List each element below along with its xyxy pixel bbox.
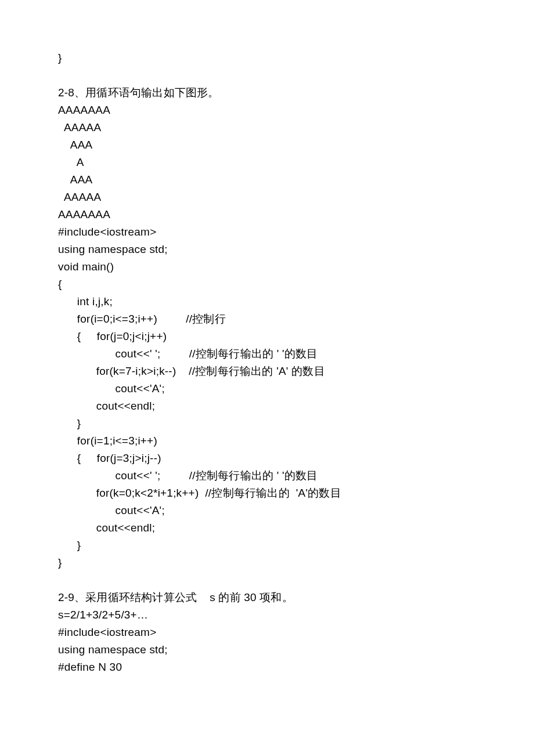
formula-line: s=2/1+3/2+5/3+… [58,606,476,624]
output-line: AAA [58,136,476,154]
code-line: } [58,554,476,571]
code-line: } [58,537,476,554]
code-line: cout<<' '; //控制每行输出的 ' '的数目 [58,467,476,484]
code-line: { for(j=3;j>i;j--) [58,450,476,467]
code-line: cout<<' '; //控制每行输出的 ' '的数目 [58,345,476,363]
output-line: A [58,154,476,171]
code-line: cout<<'A'; [58,380,476,397]
code-line: using namespace std; [58,641,476,659]
code-line: for(i=0;i<=3;i++) //控制行 [58,310,476,328]
output-line: AAA [58,171,476,189]
blank-line [58,67,476,84]
code-line: cout<<endl; [58,519,476,537]
output-line: AAAAA [58,189,476,206]
code-line: { [58,276,476,293]
code-line: for(k=0;k<2*i+1;k++) //控制每行输出的 'A'的数目 [58,484,476,502]
code-line: cout<<'A'; [58,502,476,519]
code-line: { for(j=0;j<i;j++) [58,328,476,345]
output-line: AAAAAAA [58,102,476,119]
code-line: } [58,49,476,67]
output-line: AAAAA [58,119,476,136]
document-page: } 2-8、用循环语句输出如下图形。 AAAAAAA AAAAA AAA A A… [0,0,534,756]
code-line: for(i=1;i<=3;i++) [58,432,476,450]
code-line: } [58,415,476,432]
code-line: #define N 30 [58,659,476,676]
code-line: for(k=7-i;k>i;k--) //控制每行输出的 'A' 的数目 [58,363,476,380]
code-line: #include<iostream> [58,624,476,641]
code-line: void main() [58,258,476,276]
code-line: int i,j,k; [58,293,476,310]
code-line: #include<iostream> [58,223,476,241]
problem-statement: 2-9、采用循环结构计算公式 s 的前 30 项和。 [58,589,476,606]
blank-line [58,571,476,589]
problem-statement: 2-8、用循环语句输出如下图形。 [58,84,476,102]
code-line: cout<<endl; [58,397,476,415]
code-line: using namespace std; [58,241,476,258]
output-line: AAAAAAA [58,206,476,223]
